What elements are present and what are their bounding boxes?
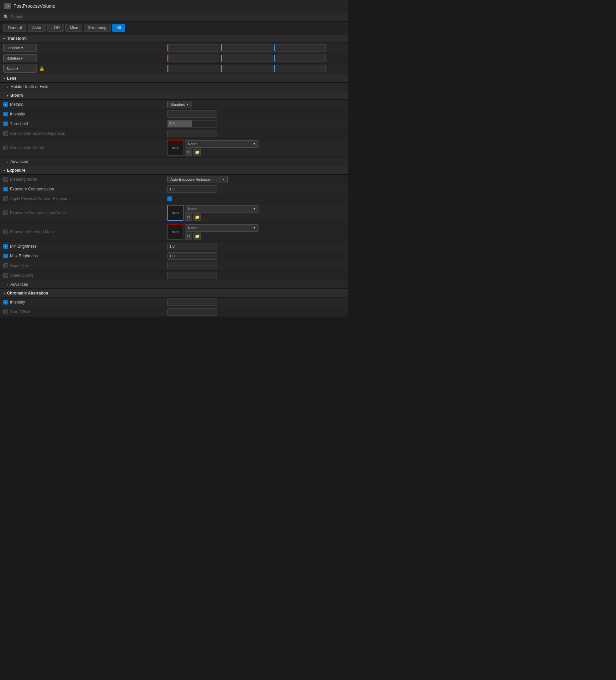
bloom-threshold-checkbox[interactable] xyxy=(3,121,8,126)
speed-down-label-area: Speed Down xyxy=(3,273,167,278)
exposure-section-header[interactable]: ▾ Exposure xyxy=(0,166,348,175)
location-label-area: Location ▾ xyxy=(3,44,167,52)
apply-phys-row: Apply Physical Camera Exposure xyxy=(0,194,348,203)
exp-meter-mask-select[interactable]: None ▾ xyxy=(185,224,258,232)
exp-comp-curve-none-text: None xyxy=(172,211,179,215)
exp-comp-curve-checkbox[interactable] xyxy=(3,210,8,215)
scale-row: Scale ▾ 🔓 1.0 1.0 1.0 xyxy=(0,64,348,74)
scale-y-input[interactable]: 1.0 xyxy=(221,65,273,72)
location-label-text: Location xyxy=(6,46,21,50)
rotation-dropdown-btn[interactable]: Rotation ▾ xyxy=(3,54,37,62)
transform-section-header[interactable]: ▾ Transform xyxy=(0,34,348,43)
min-brightness-value: 1.0 xyxy=(169,244,174,248)
max-brightness-checkbox[interactable] xyxy=(3,254,8,258)
exp-meter-mask-dropdown-area: None ▾ ↺ 📁 xyxy=(185,224,258,240)
start-offset-checkbox[interactable] xyxy=(3,310,8,314)
conv-kernel-checkbox[interactable] xyxy=(3,146,8,150)
bloom-intensity-label-area: Intensity xyxy=(3,112,167,116)
exposure-section-label: Exposure xyxy=(7,168,25,173)
exp-comp-curve-reset-btn[interactable]: ↺ xyxy=(185,214,192,221)
min-brightness-checkbox[interactable] xyxy=(3,244,8,249)
speed-down-label: Speed Down xyxy=(10,273,33,278)
conv-kernel-select-arrow: ▾ xyxy=(253,142,255,146)
conv-scatter-input[interactable]: 1.0 xyxy=(167,130,217,137)
bloom-intensity-checkbox[interactable] xyxy=(3,112,8,116)
rotation-z-input[interactable]: 0.0 ° xyxy=(274,55,326,62)
tab-general[interactable]: General xyxy=(3,24,26,32)
exp-meter-mask-controls: None None ▾ ↺ 📁 xyxy=(167,224,345,240)
exposure-advanced-header[interactable]: ▸ Advanced xyxy=(0,280,348,289)
tab-all[interactable]: All xyxy=(112,24,125,32)
apply-phys-checkbox[interactable] xyxy=(3,196,8,201)
start-offset-input[interactable]: 0.0 xyxy=(167,308,217,316)
conv-kernel-label: Convolution Kernel xyxy=(10,146,44,150)
search-input[interactable] xyxy=(11,15,345,20)
scale-lock-icon[interactable]: 🔓 xyxy=(39,65,45,72)
exp-comp-curve-browse-btn[interactable]: 📁 xyxy=(194,214,201,221)
conv-scatter-checkbox[interactable] xyxy=(3,131,8,136)
exp-meter-mask-browse-btn[interactable]: 📁 xyxy=(194,233,201,240)
tab-actor[interactable]: Actor xyxy=(28,24,46,32)
exp-comp-checkbox[interactable] xyxy=(3,187,8,191)
search-bar: 🔍 xyxy=(0,12,348,22)
conv-scatter-label: Convolution Scatter Dispersion xyxy=(10,131,65,136)
metering-mode-checkbox[interactable] xyxy=(3,177,8,182)
max-brightness-label-area: Max Brightness xyxy=(3,254,167,258)
bloom-advanced-header[interactable]: ▸ Advanced xyxy=(0,158,348,166)
exp-meter-mask-reset-btn[interactable]: ↺ xyxy=(185,233,192,240)
exp-comp-curve-asset-picker: None None ▾ ↺ 📁 xyxy=(167,205,258,221)
conv-kernel-select[interactable]: None ▾ xyxy=(185,140,258,148)
exp-comp-curve-preview: None xyxy=(167,205,184,221)
metering-mode-row: Metering Mode Auto Exposure Histogram ▾ xyxy=(0,175,348,185)
exp-comp-curve-select[interactable]: None ▾ xyxy=(185,205,258,213)
tab-lod[interactable]: LOD xyxy=(47,24,64,32)
speed-up-input[interactable]: 3.0 xyxy=(167,262,217,270)
exp-comp-value: 1.3 xyxy=(169,187,174,191)
mobile-dof-header[interactable]: ▸ Mobile Depth of Field xyxy=(0,83,348,91)
location-x-input[interactable]: 192.60413 xyxy=(167,44,219,52)
scale-dropdown-btn[interactable]: Scale ▾ xyxy=(3,64,37,73)
chromatic-intensity-checkbox[interactable] xyxy=(3,300,8,305)
conv-kernel-reset-btn[interactable]: ↺ xyxy=(185,149,192,156)
bloom-threshold-label: Threshold xyxy=(10,121,28,126)
location-y-input[interactable]: -999.488662 xyxy=(221,44,273,52)
chromatic-intensity-input[interactable]: 0.1 xyxy=(167,299,217,306)
tab-misc[interactable]: Misc xyxy=(65,24,82,32)
rotation-label-area: Rotation ▾ xyxy=(3,54,167,62)
rotation-y-input[interactable]: 0.0 ° xyxy=(221,55,273,62)
location-dropdown-btn[interactable]: Location ▾ xyxy=(3,44,37,52)
conv-scatter-row: Convolution Scatter Dispersion 1.0 xyxy=(0,129,348,139)
bloom-intensity-input[interactable]: 1.0 xyxy=(167,110,217,118)
exp-meter-mask-checkbox[interactable] xyxy=(3,230,8,234)
conv-kernel-browse-btn[interactable]: 📁 xyxy=(194,149,201,156)
location-chevron-icon: ▾ xyxy=(21,46,23,50)
start-offset-controls: 0.0 xyxy=(167,308,345,316)
bloom-section-header[interactable]: ▾ Bloom xyxy=(0,91,348,100)
lens-section-header[interactable]: ▾ Lens xyxy=(0,74,348,83)
bloom-method-checkbox[interactable] xyxy=(3,102,8,107)
metering-mode-controls: Auto Exposure Histogram ▾ xyxy=(167,176,345,183)
scale-label-text: Scale xyxy=(6,66,16,70)
exp-meter-mask-row: Exposure Metering Mask None None ▾ ↺ 📁 xyxy=(0,223,348,242)
metering-mode-dropdown[interactable]: Auto Exposure Histogram ▾ xyxy=(167,176,228,183)
location-row: Location ▾ 192.60413 -999.488662 -150.39… xyxy=(0,43,348,53)
tab-streaming[interactable]: Streaming xyxy=(84,24,111,32)
start-offset-label: Start Offset xyxy=(10,310,30,314)
speed-down-input[interactable]: 1.0 xyxy=(167,272,217,279)
location-x-input-wrap: 192.60413 xyxy=(167,44,219,52)
chromatic-section-header[interactable]: ▾ Chromatic Aberration xyxy=(0,289,348,298)
conv-kernel-row: Convolution Kernel None None ▾ ↺ 📁 xyxy=(0,139,348,158)
apply-phys-value-check[interactable] xyxy=(167,196,172,201)
scale-x-input[interactable]: 1.0 xyxy=(167,65,219,72)
metering-mode-label: Metering Mode xyxy=(10,177,37,182)
location-z-input[interactable]: -150.394369 xyxy=(274,44,326,52)
bloom-method-dropdown[interactable]: Standard ▾ xyxy=(167,101,192,108)
scale-label-area: Scale ▾ 🔓 xyxy=(3,64,167,73)
location-z-input-wrap: -150.394369 xyxy=(274,44,326,52)
speed-up-checkbox[interactable] xyxy=(3,263,8,268)
scale-z-input[interactable]: 1.0 xyxy=(274,65,326,72)
exp-meter-mask-label: Exposure Metering Mask xyxy=(10,230,55,234)
rotation-x-input[interactable]: 0.0 ° xyxy=(167,55,219,62)
speed-down-checkbox[interactable] xyxy=(3,273,8,278)
conv-kernel-select-value: None xyxy=(188,142,197,146)
